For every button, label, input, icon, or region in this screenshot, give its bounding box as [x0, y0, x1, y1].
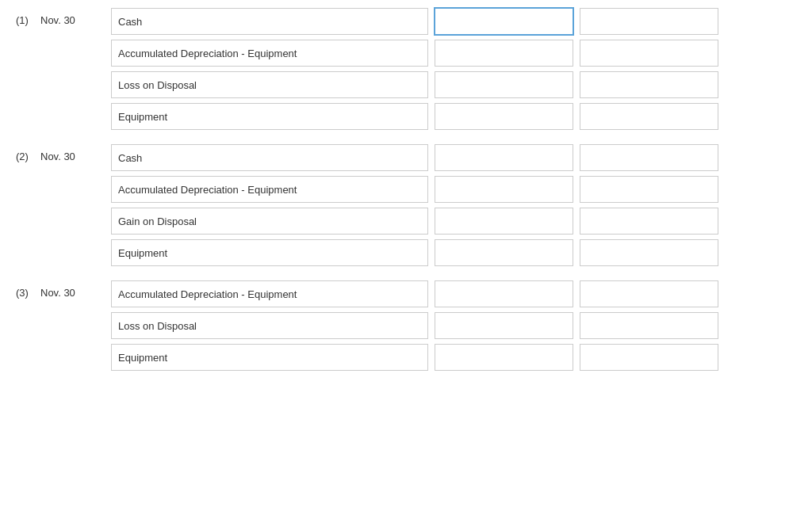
journal-container: (1) Nov. 30 — [0, 0, 793, 385]
journal-entry-3: (3) Nov. 30 — [16, 280, 777, 371]
entry-rows-1 — [111, 8, 777, 130]
debit-field-1-4[interactable] — [435, 103, 573, 130]
entry-meta-3: (3) Nov. 30 — [16, 280, 111, 299]
entry-row-2-2 — [111, 176, 777, 203]
entry-row-3-3 — [111, 344, 777, 371]
credit-field-2-1[interactable] — [580, 144, 718, 171]
account-field-3-1[interactable] — [111, 280, 428, 307]
credit-field-1-1[interactable] — [580, 8, 718, 35]
account-field-2-4[interactable] — [111, 239, 428, 266]
entry-number-3: (3) — [16, 287, 36, 299]
debit-field-2-4[interactable] — [435, 239, 573, 266]
account-field-3-2[interactable] — [111, 312, 428, 339]
entry-rows-3 — [111, 280, 777, 371]
account-field-2-3[interactable] — [111, 208, 428, 235]
debit-field-1-3[interactable] — [435, 71, 573, 98]
entry-row-1-2 — [111, 40, 777, 67]
debit-field-3-1[interactable] — [435, 280, 573, 307]
account-field-2-2[interactable] — [111, 176, 428, 203]
credit-field-1-2[interactable] — [580, 40, 718, 67]
debit-field-2-1[interactable] — [435, 144, 573, 171]
entry-row-2-1 — [111, 144, 777, 171]
entry-date-2: Nov. 30 — [40, 151, 75, 162]
account-field-1-4[interactable] — [111, 103, 428, 130]
credit-field-2-4[interactable] — [580, 239, 718, 266]
debit-field-1-2[interactable] — [435, 40, 573, 67]
debit-field-1-1[interactable] — [435, 8, 573, 35]
credit-field-3-1[interactable] — [580, 280, 718, 307]
debit-field-2-3[interactable] — [435, 208, 573, 235]
entry-row-3-2 — [111, 312, 777, 339]
account-field-2-1[interactable] — [111, 144, 428, 171]
entry-date-3: Nov. 30 — [40, 287, 75, 299]
credit-field-2-2[interactable] — [580, 176, 718, 203]
entry-row-1-1 — [111, 8, 777, 35]
entry-number-2: (2) — [16, 151, 36, 162]
entry-date-1: Nov. 30 — [40, 14, 75, 26]
entry-row-3-1 — [111, 280, 777, 307]
entry-row-1-4 — [111, 103, 777, 130]
account-field-3-3[interactable] — [111, 344, 428, 371]
credit-field-3-3[interactable] — [580, 344, 718, 371]
entry-rows-2 — [111, 144, 777, 266]
journal-entry-1: (1) Nov. 30 — [16, 8, 777, 130]
entry-number-1: (1) — [16, 14, 36, 26]
entry-row-1-3 — [111, 71, 777, 98]
credit-field-1-3[interactable] — [580, 71, 718, 98]
debit-field-3-3[interactable] — [435, 344, 573, 371]
entry-meta-2: (2) Nov. 30 — [16, 144, 111, 162]
credit-field-1-4[interactable] — [580, 103, 718, 130]
credit-field-3-2[interactable] — [580, 312, 718, 339]
entry-meta-1: (1) Nov. 30 — [16, 8, 111, 26]
journal-entry-2: (2) Nov. 30 — [16, 144, 777, 266]
account-field-1-1[interactable] — [111, 8, 428, 35]
debit-field-3-2[interactable] — [435, 312, 573, 339]
account-field-1-2[interactable] — [111, 40, 428, 67]
debit-field-2-2[interactable] — [435, 176, 573, 203]
account-field-1-3[interactable] — [111, 71, 428, 98]
entry-row-2-4 — [111, 239, 777, 266]
entry-row-2-3 — [111, 208, 777, 235]
credit-field-2-3[interactable] — [580, 208, 718, 235]
